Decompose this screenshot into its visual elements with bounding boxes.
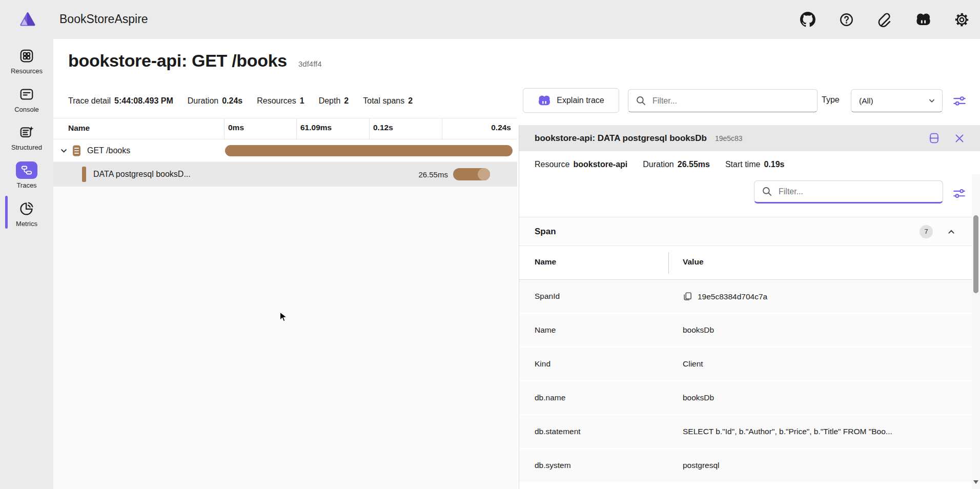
bar-duration-label: 26.55ms <box>418 170 448 179</box>
sidebar-label-metrics: Metrics <box>16 220 37 228</box>
sidebar-item-traces[interactable]: Traces <box>0 158 53 192</box>
timeline-bar-endcap <box>478 168 490 180</box>
type-select-value: (All) <box>859 96 873 106</box>
span-start-time: Start time0.19s <box>725 160 785 169</box>
timeline-bar[interactable] <box>225 145 513 156</box>
sidebar-label-resources: Resources <box>11 67 43 75</box>
trace-duration: Duration0.24s <box>188 96 243 106</box>
expand-chevron-icon[interactable] <box>60 147 68 155</box>
span-section-title: Span <box>535 227 556 237</box>
trace-settings-sliders-icon[interactable] <box>951 93 968 109</box>
span-id-short: 19e5c83 <box>715 134 743 142</box>
chevron-down-icon <box>928 97 935 105</box>
grid-name-header: Name <box>68 124 90 133</box>
sidebar-item-console[interactable]: Console <box>0 83 53 116</box>
split-pane-icon[interactable] <box>927 131 941 146</box>
sidebar-item-structured[interactable]: Structured <box>0 120 53 154</box>
span-name: GET /books <box>87 146 130 155</box>
timeline-bar[interactable] <box>453 168 490 180</box>
trace-grid-header: Name <box>53 118 517 139</box>
top-bar: BookStoreAspire <box>0 0 980 39</box>
trace-meta: Trace detail5:44:08.493 PM Duration0.24s… <box>68 96 413 106</box>
span-resource: Resourcebookstore-api <box>535 160 627 169</box>
scrollbar-thumb[interactable] <box>973 215 978 293</box>
type-select[interactable]: (All) <box>851 89 943 112</box>
trace-detail-time: Trace detail5:44:08.493 PM <box>68 96 173 106</box>
kv-row-spanid[interactable]: SpanId 19e5c8384d704c7a <box>519 280 972 314</box>
explain-trace-label: Explain trace <box>557 96 604 105</box>
kv-row-db-statement[interactable]: db.statement SELECT b."Id", b."Author", … <box>519 415 972 449</box>
sidebar-item-metrics[interactable]: Metrics <box>0 197 53 231</box>
trace-total-spans: Total spans2 <box>363 96 413 106</box>
collapse-chevron-up-icon[interactable] <box>947 228 955 236</box>
kv-row-db-name[interactable]: db.name booksDb <box>519 381 972 415</box>
copilot-small-icon <box>538 95 551 107</box>
column-resize-handle[interactable] <box>668 252 669 274</box>
span-filter-box <box>754 180 943 203</box>
console-icon <box>19 86 34 103</box>
sidebar-label-structured: Structured <box>11 144 42 151</box>
trace-row-get-books[interactable]: GET /books <box>53 139 517 162</box>
span-count-badge: 7 <box>920 225 933 238</box>
close-icon[interactable] <box>952 131 967 146</box>
tick-024s: 0.24s <box>491 123 511 132</box>
kv-value-text: 19e5c8384d704c7a <box>698 292 767 301</box>
timeline-track: 26.55ms <box>224 162 514 187</box>
span-section-header[interactable]: Span 7 <box>519 217 972 246</box>
kv-name-header: Name <box>535 257 556 267</box>
trace-resources: Resources1 <box>257 96 304 106</box>
aspire-logo-icon <box>18 10 37 29</box>
span-meta: Resourcebookstore-api Duration26.55ms St… <box>535 160 784 169</box>
kv-table-header: Name Value <box>519 246 972 280</box>
span-filter-input[interactable] <box>779 187 910 196</box>
trace-grid-empty-area <box>53 187 517 489</box>
help-icon[interactable] <box>835 8 858 31</box>
span-duration: Duration26.55ms <box>643 160 710 169</box>
scrollbar-down-arrow-icon[interactable] <box>973 480 978 484</box>
aspire-dashboard: BookStoreAspire <box>0 0 980 489</box>
sidebar-label-traces: Traces <box>16 181 36 189</box>
structured-logs-icon <box>19 124 34 141</box>
settings-gear-icon[interactable] <box>950 8 973 31</box>
kv-row-name[interactable]: Name booksDb <box>519 314 972 348</box>
topbar-icons <box>797 8 973 31</box>
trace-id-short: 3df4ff4 <box>298 59 322 68</box>
api-resource-icon <box>72 145 81 159</box>
timeline-track <box>224 139 514 161</box>
app-title: BookStoreAspire <box>59 12 148 26</box>
sidebar-label-console: Console <box>14 106 39 113</box>
trace-row-data-postgresql[interactable]: DATA postgresql booksD... 26.55ms <box>53 162 517 187</box>
type-label: Type <box>822 95 840 105</box>
kv-row-kind[interactable]: Kind Client <box>519 348 972 381</box>
explain-trace-button[interactable]: Explain trace <box>523 88 619 113</box>
traces-gantt-icon <box>16 161 37 179</box>
kv-value-header: Value <box>683 257 704 267</box>
tick-61ms: 61.09ms <box>300 123 332 132</box>
metrics-pie-icon <box>19 200 34 217</box>
page-header: bookstore-api: GET /books 3df4ff4 <box>68 51 322 71</box>
tick-0ms: 0ms <box>228 123 244 132</box>
row-color-marker <box>82 167 86 182</box>
sidebar: Resources Console Structured Traces <box>0 39 53 489</box>
trace-filter-box <box>628 89 818 112</box>
details-panel-header: bookstore-api: DATA postgresql booksDb 1… <box>519 125 980 151</box>
attachments-icon[interactable] <box>873 8 896 31</box>
resources-grid-icon <box>19 47 34 65</box>
trace-depth: Depth2 <box>319 96 349 106</box>
tick-012s: 0.12s <box>373 123 393 132</box>
search-icon <box>636 95 646 106</box>
kv-row-db-system[interactable]: db.system postgresql <box>519 449 972 483</box>
search-icon <box>762 186 772 197</box>
span-settings-sliders-icon[interactable] <box>951 185 967 201</box>
copy-icon[interactable] <box>683 292 692 301</box>
copilot-icon[interactable] <box>912 8 934 31</box>
details-panel-title: bookstore-api: DATA postgresql booksDb <box>535 133 707 144</box>
trace-filter-input[interactable] <box>652 96 785 106</box>
github-icon[interactable] <box>797 8 819 31</box>
sidebar-item-resources[interactable]: Resources <box>0 44 53 78</box>
page-title: bookstore-api: GET /books <box>68 51 287 71</box>
span-name: DATA postgresql booksD... <box>93 170 191 179</box>
